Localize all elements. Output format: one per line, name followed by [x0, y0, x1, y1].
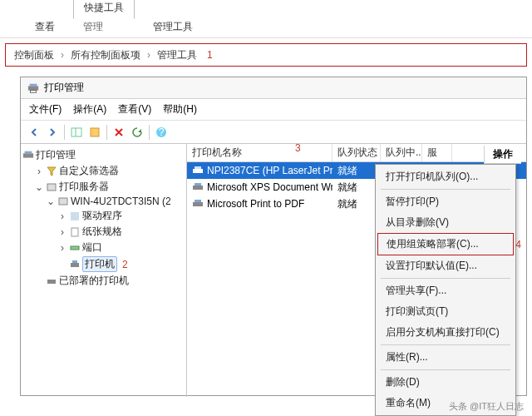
forward-icon[interactable] — [44, 124, 61, 141]
crumb-control-panel[interactable]: 控制面板 — [11, 47, 57, 64]
tab-quick-tools[interactable]: 快捷工具 — [73, 0, 135, 19]
tree-printers[interactable]: 打印机 — [82, 256, 117, 272]
col-queue-status[interactable]: 队列状态 — [332, 144, 381, 161]
workspace: 打印管理 ›自定义筛选器 ⌄打印服务器 ⌄WIN-4U2TDCT3I5N (2 … — [21, 144, 526, 397]
svg-rect-17 — [47, 280, 56, 284]
port-icon — [69, 242, 81, 254]
delete-icon[interactable] — [111, 124, 127, 141]
ctx-branch[interactable]: 启用分支机构直接打印(C) — [377, 322, 514, 343]
window-title: 打印管理 — [44, 81, 84, 95]
ribbon: 查看 快捷工具 管理 管理工具 — [0, 0, 532, 38]
svg-rect-12 — [71, 212, 79, 220]
collapse-icon[interactable]: ⌄ — [46, 196, 56, 207]
help-icon[interactable]: ? — [153, 124, 170, 141]
export-icon[interactable] — [86, 124, 103, 141]
expand-icon[interactable]: › — [57, 210, 67, 222]
list-header: 打印机名称 队列状态 队列中... 服 — [187, 144, 526, 162]
printer-icon — [69, 259, 81, 270]
ctx-manage-share[interactable]: 管理共享(F)... — [377, 280, 514, 301]
sub-manage[interactable]: 管理 — [73, 18, 135, 37]
printer-icon — [192, 166, 204, 176]
printer-icon — [22, 150, 34, 161]
svg-rect-19 — [195, 166, 201, 169]
collapse-icon[interactable]: ⌄ — [34, 181, 44, 193]
menu-file[interactable]: 文件(F) — [29, 102, 62, 116]
svg-rect-2 — [31, 90, 37, 92]
back-icon[interactable] — [26, 124, 42, 141]
printer-icon — [192, 199, 204, 209]
ctx-props[interactable]: 属性(R)... — [377, 347, 514, 368]
tab-view[interactable]: 查看 — [25, 17, 65, 37]
tab-manage-tools[interactable]: 管理工具 — [143, 17, 203, 37]
printer-name: Microsoft XPS Document Wr... — [207, 181, 332, 193]
svg-rect-3 — [71, 128, 81, 136]
menu-view[interactable]: 查看(V) — [118, 102, 151, 116]
col-actions[interactable]: 操作 — [484, 146, 521, 164]
svg-rect-14 — [71, 246, 79, 250]
tree-ports[interactable]: 端口 — [82, 240, 102, 255]
expand-icon[interactable]: › — [57, 242, 67, 254]
no-expand — [57, 259, 67, 270]
svg-rect-13 — [71, 228, 78, 236]
svg-rect-10 — [47, 184, 56, 191]
chevron-right-icon: › — [61, 49, 64, 61]
expand-icon[interactable]: › — [34, 166, 44, 177]
ctx-delete[interactable]: 删除(D) — [377, 372, 514, 393]
svg-rect-16 — [72, 260, 77, 263]
toolbar-divider — [64, 125, 65, 140]
toolbar: ? — [21, 121, 526, 144]
menu-separator — [381, 369, 510, 370]
crumb-all-items[interactable]: 所有控制面板项 — [67, 47, 144, 64]
svg-rect-1 — [28, 86, 38, 90]
tree-paper[interactable]: 纸张规格 — [82, 225, 122, 239]
refresh-icon[interactable] — [129, 124, 145, 141]
menu-separator — [381, 278, 510, 279]
printer-name: NPI2387CE (HP LaserJet Prof... — [207, 165, 332, 176]
ctx-deploy-gp[interactable]: 使用组策略部署(C)... — [377, 233, 514, 255]
pane-icon[interactable] — [68, 124, 85, 141]
ctx-remove[interactable]: 从目录删除(V) — [377, 212, 514, 233]
ctx-pause[interactable]: 暂停打印(P) — [377, 191, 514, 212]
svg-rect-21 — [195, 183, 201, 186]
funnel-icon — [46, 166, 57, 177]
tree-filters[interactable]: 自定义筛选器 — [59, 164, 119, 178]
col-printer-name[interactable]: 打印机名称 — [187, 144, 332, 161]
ctx-set-default[interactable]: 设置打印默认值(E)... — [377, 255, 514, 276]
menu-action[interactable]: 操作(A) — [73, 102, 106, 116]
ctx-open-queue[interactable]: 打开打印机队列(O)... — [377, 166, 514, 187]
toolbar-divider — [149, 125, 150, 140]
server-icon — [57, 196, 69, 207]
svg-rect-20 — [193, 186, 203, 190]
col-server[interactable]: 服 — [422, 144, 452, 161]
menu-help[interactable]: 帮助(H) — [163, 102, 197, 116]
tree-print-servers[interactable]: 打印服务器 — [59, 180, 109, 194]
annotation-3: 3 — [295, 142, 301, 154]
context-menu: 打开打印机队列(O)... 暂停打印(P) 从目录删除(V) 使用组策略部署(C… — [375, 164, 516, 416]
svg-rect-0 — [30, 83, 37, 86]
tree-drivers[interactable]: 驱动程序 — [82, 209, 122, 223]
breadcrumb[interactable]: 控制面板 › 所有控制面板项 › 管理工具 1 — [5, 43, 527, 67]
svg-rect-5 — [91, 128, 99, 136]
menu-bar: 文件(F) 操作(A) 查看(V) 帮助(H) — [21, 99, 526, 121]
tree-server-name[interactable]: WIN-4U2TDCT3I5N (2 — [71, 196, 171, 207]
col-in-queue[interactable]: 队列中... — [381, 144, 422, 161]
svg-rect-18 — [193, 169, 203, 173]
toolbar-divider — [106, 125, 107, 140]
server-icon — [46, 181, 57, 193]
print-management-window: 打印管理 文件(F) 操作(A) 查看(V) 帮助(H) ? 打印管理 ›自定义… — [20, 77, 527, 396]
annotation-4: 4 — [515, 239, 521, 250]
tree-pane: 打印管理 ›自定义筛选器 ⌄打印服务器 ⌄WIN-4U2TDCT3I5N (2 … — [21, 144, 187, 397]
svg-rect-22 — [193, 202, 203, 206]
menu-separator — [381, 189, 510, 190]
tree-root[interactable]: 打印管理 — [36, 148, 76, 162]
printer-status: 就绪 — [332, 196, 381, 213]
menu-separator — [381, 344, 510, 345]
expand-icon[interactable]: › — [57, 226, 67, 238]
svg-rect-11 — [59, 198, 67, 205]
svg-text:?: ? — [159, 126, 165, 138]
deployed-icon — [46, 275, 57, 287]
printer-name: Microsoft Print to PDF — [207, 198, 304, 210]
ctx-test-page[interactable]: 打印测试页(T) — [377, 301, 514, 322]
crumb-admin-tools[interactable]: 管理工具 — [154, 47, 200, 64]
tree-deployed[interactable]: 已部署的打印机 — [59, 274, 129, 288]
